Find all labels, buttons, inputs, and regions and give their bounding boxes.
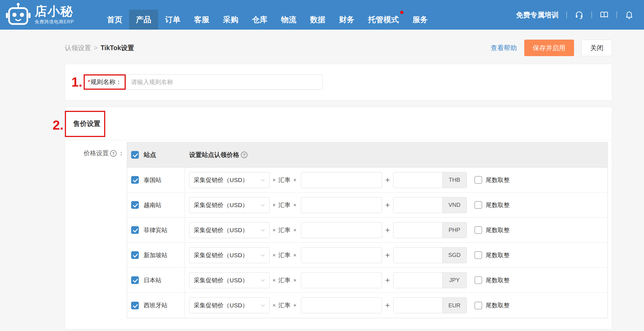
round-option: 尾数取整 (474, 226, 510, 234)
app-logo[interactable]: 店小秘 免费跨境电商ERP (0, 0, 74, 30)
rate-input[interactable] (301, 247, 382, 263)
rate-input[interactable] (301, 222, 382, 238)
close-button[interactable]: 关闭 (581, 40, 612, 56)
rate-input[interactable] (301, 272, 382, 288)
site-checkbox[interactable] (131, 176, 139, 184)
section-title: 售价设置 (73, 119, 100, 128)
add-amount-input[interactable] (393, 222, 442, 238)
price-source-select[interactable]: 采集促销价（USD） (189, 197, 270, 213)
add-amount-input[interactable] (393, 273, 442, 288)
add-amount-input[interactable] (393, 248, 442, 263)
question-circle-icon[interactable]: ? (241, 152, 247, 158)
site-checkbox[interactable] (131, 276, 139, 284)
currency-suffix: SGD (442, 248, 467, 263)
breadcrumb-parent[interactable]: 认领设置 (65, 44, 91, 52)
nav-item[interactable]: 服务 (406, 10, 435, 30)
round-label: 尾数取整 (486, 226, 510, 234)
nav-item[interactable]: 托管模式 (361, 10, 406, 30)
round-label: 尾数取整 (486, 176, 510, 184)
price-table-body: 泰国站 采集促销价（USD） × 汇率 × + THB 尾数取整 越南站 (127, 167, 607, 318)
exchange-rate-label: 汇率 (278, 201, 290, 209)
price-settings-header: 售价设置 (65, 107, 612, 140)
table-row: 日本站 采集促销价（USD） × 汇率 × + JPY 尾数取整 (127, 268, 607, 293)
round-checkbox[interactable] (474, 176, 482, 184)
multiply-sign: × (293, 277, 296, 283)
separator (591, 11, 592, 18)
main-nav: 首页 产品 订单 客服 采购 仓库 物流 (100, 0, 435, 30)
price-source-select[interactable]: 采集促销价（USD） (189, 272, 270, 288)
rule-name-annotation-box: *规则名称： (84, 74, 126, 90)
chevron-down-icon (260, 302, 266, 308)
nav-item[interactable]: 采购 (216, 10, 245, 30)
site-checkbox[interactable] (131, 201, 139, 209)
price-source-select[interactable]: 采集促销价（USD） (189, 297, 270, 313)
multiply-sign: × (293, 177, 296, 183)
nav-item[interactable]: 首页 (100, 10, 129, 30)
toolbar-actions: 查看帮助 保存并启用 关闭 (491, 40, 612, 56)
question-circle-icon[interactable]: ? (110, 150, 117, 157)
help-book-icon[interactable] (600, 10, 609, 19)
add-amount-input[interactable] (393, 172, 442, 188)
multiply-sign: × (293, 227, 296, 233)
price-source-select[interactable]: 采集促销价（USD） (189, 222, 270, 238)
multiply-sign: × (293, 202, 296, 208)
round-label: 尾数取整 (486, 201, 510, 209)
rule-name-card: 1. *规则名称： (65, 64, 612, 100)
add-amount-group: SGD (393, 247, 467, 263)
round-checkbox[interactable] (474, 251, 482, 259)
currency-suffix: THB (442, 172, 467, 188)
price-setting-label: 价格设置?： (84, 149, 127, 158)
multiply-sign: × (273, 252, 276, 258)
site-checkbox[interactable] (131, 226, 139, 234)
nav-item[interactable]: 物流 (274, 10, 303, 30)
table-row: 越南站 采集促销价（USD） × 汇率 × + VND 尾数取整 (127, 193, 607, 218)
rule-name-label: *规则名称： (88, 78, 122, 86)
table-row: 新加坡站 采集促销价（USD） × 汇率 × + SGD 尾数取整 (127, 243, 607, 268)
add-amount-group: VND (393, 197, 467, 213)
plus-sign: + (385, 276, 390, 285)
nav-item[interactable]: 财务 (332, 10, 361, 30)
multiply-sign: × (273, 177, 276, 183)
training-link[interactable]: 免费专属培训 (516, 10, 559, 20)
view-help-link[interactable]: 查看帮助 (491, 44, 517, 52)
site-name: 西班牙站 (144, 301, 168, 309)
add-amount-input[interactable] (393, 298, 442, 313)
site-checkbox[interactable] (131, 251, 139, 259)
separator (616, 11, 617, 18)
site-name: 菲律宾站 (144, 226, 168, 234)
chevron-down-icon (260, 177, 266, 183)
round-checkbox[interactable] (474, 302, 482, 309)
nav-item[interactable]: 仓库 (245, 10, 274, 30)
price-source-value: 采集促销价（USD） (194, 276, 248, 284)
exchange-rate-label: 汇率 (278, 251, 290, 259)
nav-item[interactable]: 数据 (303, 10, 332, 30)
round-checkbox[interactable] (474, 201, 482, 209)
rule-name-input[interactable] (126, 74, 323, 90)
nav-item[interactable]: 订单 (158, 10, 187, 30)
nav-item[interactable]: 客服 (187, 10, 216, 30)
nav-item-label: 订单 (165, 15, 180, 25)
add-amount-input[interactable] (393, 197, 442, 213)
price-source-select[interactable]: 采集促销价（USD） (189, 247, 270, 263)
save-and-enable-button[interactable]: 保存并启用 (524, 40, 574, 56)
price-source-select[interactable]: 采集促销价（USD） (189, 172, 270, 188)
headset-support-icon[interactable] (575, 10, 584, 19)
rate-input[interactable] (301, 197, 382, 213)
site-name: 新加坡站 (144, 251, 168, 259)
bell-icon[interactable] (625, 10, 634, 19)
round-checkbox[interactable] (474, 276, 482, 284)
nav-item-label: 采购 (223, 15, 238, 25)
rate-input[interactable] (301, 172, 382, 188)
select-all-checkbox[interactable] (131, 151, 139, 159)
breadcrumb: 认领设置 > TikTok设置 (65, 44, 134, 52)
site-checkbox[interactable] (131, 302, 139, 309)
round-checkbox[interactable] (474, 226, 482, 234)
nav-item[interactable]: 产品 (129, 10, 158, 30)
currency-suffix: PHP (442, 222, 467, 238)
exchange-rate-label: 汇率 (278, 301, 290, 309)
price-settings-card: 2. 售价设置 价格设置?： 站点 设置站点认领价格 ? (65, 107, 612, 329)
rate-input[interactable] (301, 297, 382, 313)
required-mark: * (88, 78, 90, 85)
round-option: 尾数取整 (474, 201, 510, 209)
multiply-sign: × (273, 227, 276, 233)
